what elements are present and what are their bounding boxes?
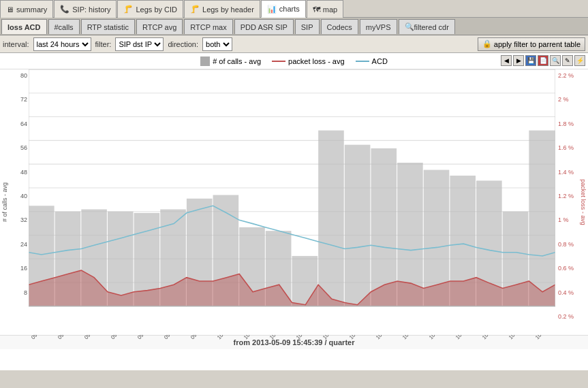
legend-acd-icon — [356, 61, 369, 62]
y-right-label-22: 2.2 % — [558, 72, 577, 79]
x-label-19: 10 15:30 — [534, 335, 555, 353]
lock-icon: 🔒 — [482, 39, 492, 48]
y-left-label-64: 64 — [10, 120, 27, 127]
tab-loss-acd[interactable]: loss ACD — [1, 19, 47, 34]
tab-pdd-asr-sip[interactable]: PDD ASR SIP — [234, 19, 294, 34]
chart-prev-button[interactable]: ◀ — [501, 55, 512, 66]
interval-label: interval: — [3, 40, 29, 48]
chart-edit-button[interactable]: ✎ — [562, 55, 573, 66]
sip-history-icon: 📞 — [60, 5, 69, 14]
y-left-label-56: 56 — [10, 144, 27, 151]
toolbar: interval: last 24 hours last 12 hours la… — [0, 35, 588, 53]
tab-legs-by-header[interactable]: 🦵 Legs by header — [184, 0, 260, 18]
chart-zoom-button[interactable]: 🔍 — [550, 55, 561, 66]
chart-nav-buttons: ◀ ▶ 💾 📄 🔍 ✎ ⚡ — [501, 55, 585, 66]
charts-icon: 📊 — [267, 5, 277, 14]
y-left-label-8: 8 — [10, 289, 27, 296]
tab-calls[interactable]: #calls — [48, 19, 80, 34]
y-left-label-16: 16 — [10, 265, 27, 272]
tab-rtcp-avg[interactable]: RTCP avg — [136, 19, 183, 34]
second-tab-bar: loss ACD #calls RTP statistic RTCP avg R… — [0, 18, 588, 35]
y-right-label-04: 0.4 % — [558, 289, 577, 296]
y-left-label-24: 24 — [10, 241, 27, 248]
y-right-label-14: 1.4 % — [558, 169, 577, 176]
top-tab-bar: 🖥 summary 📞 SIP: history 🦵 Legs by CID 🦵… — [0, 0, 588, 18]
y-left-label-72: 72 — [10, 96, 27, 103]
tab-codecs[interactable]: Codecs — [321, 19, 358, 34]
y-left-axis-label-container: # of calls - avg — [0, 69, 10, 335]
legend-acd: ACD — [356, 57, 388, 65]
tab-filtered-cdr[interactable]: 🔍 filtered cdr — [399, 19, 455, 34]
direction-label: direction: — [168, 40, 198, 48]
tab-rtcp-max[interactable]: RTCP max — [184, 19, 232, 34]
x-label-4: 09 20:45 — [136, 335, 168, 353]
y-right-label-18: 1.8 % — [558, 120, 577, 127]
chart-area: # of calls - avg packet loss - avg ACD ◀… — [0, 53, 588, 370]
tab-summary[interactable]: 🖥 summary — [0, 0, 53, 18]
tab-rtp-statistic[interactable]: RTP statistic — [81, 19, 135, 34]
chart-next-button[interactable]: ▶ — [513, 55, 524, 66]
summary-icon: 🖥 — [6, 5, 14, 14]
y-right-axis-label: packet loss - avg — [580, 179, 587, 225]
y-left-label-48: 48 — [10, 169, 27, 176]
tab-sip-history[interactable]: 📞 SIP: history — [54, 0, 117, 18]
chart-save-button[interactable]: 💾 — [525, 55, 536, 66]
y-left-label-0 — [10, 313, 27, 320]
x-label-7: 10 00:30 — [216, 335, 248, 353]
y-right-label-10: 1 % — [558, 216, 577, 223]
legend-calls: # of calls - avg — [200, 56, 261, 66]
x-axis-labels: 09 15:45 09 17:00 09 18:15 09 19:30 09 2… — [29, 335, 555, 361]
x-label-5: 09 22:00 — [163, 335, 195, 353]
legs-cid-icon: 🦵 — [123, 5, 133, 14]
legend-packet-loss: packet loss - avg — [272, 57, 345, 65]
chart-svg — [29, 69, 555, 335]
svg-rect-29 — [529, 131, 555, 306]
legend-calls-icon — [200, 56, 210, 66]
y-right-label-06: 0.6 % — [558, 265, 577, 272]
x-label-6: 09 23:15 — [189, 335, 221, 353]
direction-select[interactable]: both in out — [202, 37, 232, 51]
interval-select[interactable]: last 24 hours last 12 hours last 6 hours… — [33, 37, 91, 51]
y-axis-right: 2.2 % 2 % 1.8 % 1.6 % 1.4 % 1.2 % 1 % 0.… — [555, 69, 578, 335]
tab-sip[interactable]: SIP — [295, 19, 320, 34]
chart-body: # of calls - avg 80 72 64 56 48 40 32 24… — [0, 69, 588, 335]
y-right-label-12: 1.2 % — [558, 193, 577, 199]
filter-label: filter: — [95, 40, 112, 48]
legend-packet-loss-icon — [272, 61, 285, 62]
tab-charts[interactable]: 📊 charts — [261, 0, 306, 18]
map-icon: 🗺 — [313, 5, 320, 14]
filter-select[interactable]: SIP dst IP SIP src IP caller called — [115, 37, 164, 51]
y-axis-left: 80 72 64 56 48 40 32 24 16 8 — [10, 69, 29, 335]
chart-export-button[interactable]: 📄 — [538, 55, 548, 66]
y-left-axis-label: # of calls - avg — [1, 182, 8, 222]
tab-map[interactable]: 🗺 map — [307, 0, 343, 18]
y-left-label-80: 80 — [10, 72, 27, 79]
y-left-label-32: 32 — [10, 216, 27, 223]
svg-rect-22 — [345, 145, 371, 306]
svg-rect-21 — [318, 131, 344, 306]
y-right-label-02: 0.2 % — [558, 313, 577, 320]
svg-rect-13 — [108, 212, 134, 306]
legs-header-icon: 🦵 — [190, 5, 200, 14]
y-right-axis-label-container: packet loss - avg — [578, 69, 588, 335]
apply-filter-button[interactable]: 🔒 apply filter to parrent table — [478, 37, 585, 51]
tab-myvps[interactable]: myVPS — [360, 19, 397, 34]
y-right-label-16: 1.6 % — [558, 144, 577, 151]
y-right-label-20: 2 % — [558, 96, 577, 103]
chart-svg-container: 09 15:45 09 17:00 09 18:15 09 19:30 09 2… — [29, 69, 555, 335]
y-left-label-40: 40 — [10, 193, 27, 199]
filter-icon: 🔍 — [405, 22, 414, 31]
y-right-label-08: 0.8 % — [558, 241, 577, 248]
tab-legs-by-cid[interactable]: 🦵 Legs by CID — [117, 0, 183, 18]
chart-settings-button[interactable]: ⚡ — [574, 55, 585, 66]
